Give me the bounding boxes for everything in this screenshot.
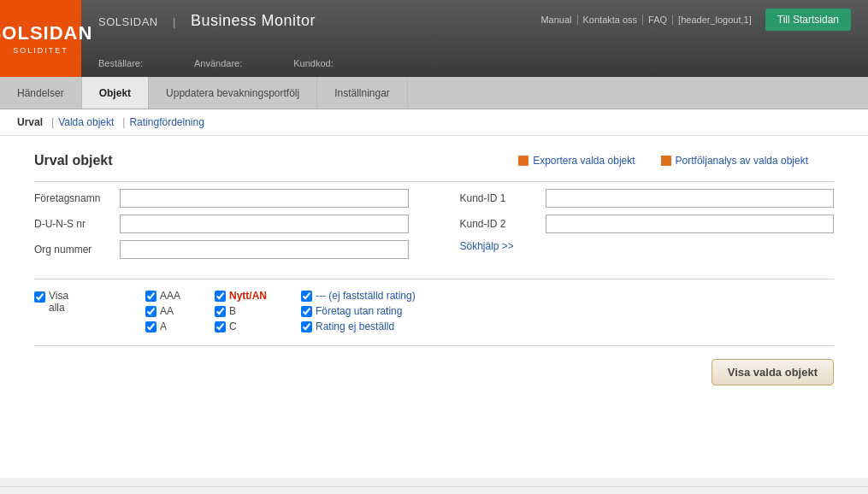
- duns-input[interactable]: [120, 215, 409, 233]
- bestallare-label: Beställare:: [98, 58, 143, 68]
- sub-nav-valda[interactable]: Valda objekt: [58, 116, 122, 128]
- kundid1-label: Kund-ID 1: [460, 192, 546, 204]
- cb-item-ej-faststaelld: --- (ej fastställd rating): [301, 290, 416, 302]
- top-divider: [34, 181, 834, 182]
- kundkod-label: Kundkod:: [293, 58, 333, 68]
- org-input[interactable]: [120, 240, 409, 259]
- duns-label: D-U-N-S nr: [34, 218, 120, 230]
- logo-text: SOLSIDAN: [0, 22, 92, 44]
- cb-group-ratings1: AAA AA A: [145, 290, 180, 332]
- export-link1-label: Exportera valda objekt: [533, 155, 635, 167]
- visa-alla-label: Visaalla: [49, 290, 68, 314]
- form-row-sokhjal: Sökhjälp >>: [460, 240, 835, 252]
- form-area: Företagsnamn D-U-N-S nr Org nummer Kund-…: [34, 189, 834, 266]
- cb-aaa[interactable]: [145, 291, 156, 302]
- nav-kontakta[interactable]: Kontakta oss: [578, 15, 644, 25]
- logo-sub: SOLIDITET: [13, 46, 68, 55]
- sub-nav-rating[interactable]: Ratingfördelning: [129, 116, 212, 128]
- app-title-logo: SOLSIDAN: [98, 15, 158, 28]
- header-top-row: SOLSIDAN | Business Monitor Manual Konta…: [98, 9, 851, 31]
- cb-item-foretag-utan: Företag utan rating: [301, 305, 416, 317]
- header: SOLSIDAN SOLIDITET SOLSIDAN | Business M…: [0, 0, 868, 77]
- form-row-kundid1: Kund-ID 1: [460, 189, 835, 208]
- cb-rating-ej[interactable]: [301, 321, 312, 332]
- cb-item-b: B: [215, 305, 267, 317]
- checkbox-area: Visaalla AAA AA A: [34, 279, 834, 332]
- foretagsnamn-input[interactable]: [120, 189, 409, 208]
- portfoljanalys-label: Portföljanalys av valda objekt: [676, 155, 808, 167]
- form-row-org: Org nummer: [34, 240, 409, 259]
- footer: © AAA Soliditet AB: [0, 486, 868, 494]
- visa-valda-button[interactable]: Visa valda objekt: [712, 359, 834, 385]
- cb-rating-ej-label: Rating ej beställd: [316, 321, 394, 332]
- main-content: Urval objekt Exportera valda objekt Port…: [0, 136, 868, 478]
- cb-b[interactable]: [215, 306, 226, 317]
- nav-logout[interactable]: [header_logout,1]: [673, 15, 757, 25]
- portfoljanalys-icon: [661, 156, 671, 166]
- bottom-divider: [34, 345, 834, 346]
- kundid2-input[interactable]: [546, 215, 835, 233]
- app-title-name: Business Monitor: [191, 12, 316, 29]
- sub-nav-urval[interactable]: Urval: [17, 116, 51, 128]
- form-row-duns: D-U-N-S nr: [34, 215, 409, 233]
- cb-foretag-utan[interactable]: [301, 306, 312, 317]
- cb-item-c: C: [215, 321, 267, 332]
- export-icon1: [518, 156, 528, 166]
- cb-ej-faststaelld[interactable]: [301, 291, 312, 302]
- tab-objekt[interactable]: Objekt: [82, 77, 149, 109]
- cb-item-aaa: AAA: [145, 290, 180, 302]
- sub-nav-sep2: |: [122, 116, 125, 128]
- cb-aaa-label: AAA: [160, 290, 180, 302]
- main-nav: Händelser Objekt Uppdatera bevakningspor…: [0, 77, 868, 109]
- sub-nav-sep1: |: [51, 116, 54, 128]
- cb-ej-faststaelld-label: --- (ej fastställd rating): [316, 290, 416, 302]
- form-row-kundid2: Kund-ID 2: [460, 215, 835, 233]
- kundid2-label: Kund-ID 2: [460, 218, 546, 230]
- cb-a[interactable]: [145, 321, 156, 332]
- header-nav-links: Manual Kontakta oss FAQ [header_logout,1…: [535, 15, 756, 25]
- cb-aa[interactable]: [145, 306, 156, 317]
- cb-c-label: C: [229, 321, 237, 332]
- cb-item-rating-ej: Rating ej beställd: [301, 321, 416, 332]
- anvandare-label: Användare:: [194, 58, 242, 68]
- visa-alla-checkbox[interactable]: [34, 291, 45, 303]
- cb-group-ratings2: Nytt/AN B C: [215, 290, 267, 332]
- cb-item-nytt: Nytt/AN: [215, 290, 267, 302]
- cb-b-label: B: [229, 305, 236, 317]
- cb-c[interactable]: [215, 321, 226, 332]
- visa-alla-col: Visaalla: [34, 290, 137, 314]
- org-label: Org nummer: [34, 244, 120, 256]
- header-center: SOLSIDAN | Business Monitor Manual Konta…: [81, 0, 868, 77]
- export-link1[interactable]: Exportera valda objekt: [518, 155, 635, 167]
- kundid1-input[interactable]: [546, 189, 835, 208]
- sokhjal-link[interactable]: Sökhjälp >>: [460, 240, 514, 252]
- section-title: Urval objekt: [34, 153, 113, 168]
- tab-installningar[interactable]: Inställningar: [317, 77, 408, 109]
- app-title: SOLSIDAN | Business Monitor: [98, 10, 320, 30]
- form-col-right: Kund-ID 1 Kund-ID 2 Sökhjälp >>: [460, 189, 835, 266]
- portfoljanalys-link[interactable]: Portföljanalys av valda objekt: [661, 155, 808, 167]
- sub-nav: Urval | Valda objekt | Ratingfördelning: [0, 109, 868, 136]
- cb-a-label: A: [160, 321, 167, 332]
- cb-foretag-utan-label: Företag utan rating: [316, 305, 402, 317]
- tab-uppdatera[interactable]: Uppdatera bevakningsportfölj: [149, 77, 317, 109]
- startsidan-button[interactable]: Till Startsidan: [765, 9, 851, 31]
- tab-handelser[interactable]: Händelser: [0, 77, 82, 109]
- nav-faq[interactable]: FAQ: [643, 15, 673, 25]
- form-row-foretagsnamn: Företagsnamn: [34, 189, 409, 208]
- cb-item-a: A: [145, 321, 180, 332]
- form-col-left: Företagsnamn D-U-N-S nr Org nummer: [34, 189, 409, 266]
- cb-group-special: --- (ej fastställd rating) Företag utan …: [301, 290, 416, 332]
- cb-nytt[interactable]: [215, 291, 226, 302]
- logo-area: SOLSIDAN SOLIDITET: [0, 0, 81, 77]
- header-info-row: Beställare: Användare: Kundkod:: [98, 58, 851, 68]
- cb-item-aa: AA: [145, 305, 180, 317]
- nav-manual[interactable]: Manual: [535, 15, 577, 25]
- foretagsnamn-label: Företagsnamn: [34, 192, 120, 204]
- button-row: Visa valda objekt: [34, 359, 834, 385]
- cb-nytt-label: Nytt/AN: [229, 290, 267, 302]
- section-header: Urval objekt Exportera valda objekt Port…: [34, 153, 834, 168]
- cb-aa-label: AA: [160, 305, 174, 317]
